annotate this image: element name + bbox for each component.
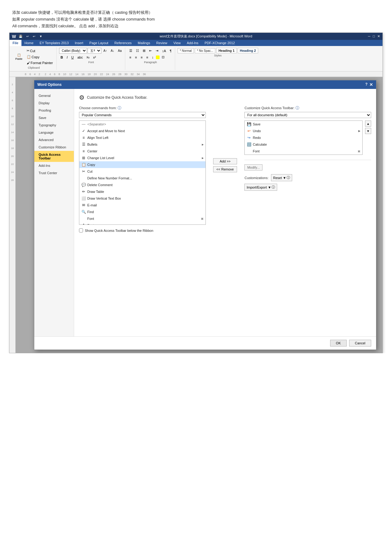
tab-insert[interactable]: Insert [72,40,86,46]
list-item-find[interactable]: 🔍 Find [79,209,205,215]
cut-button[interactable]: ✂ Cut [25,48,55,54]
list-item-draw-table[interactable]: ✏ Draw Table [79,188,205,195]
decrease-indent-button[interactable]: ⇤ [148,48,153,54]
superscript-button[interactable]: x² [92,55,97,60]
qat-undo-button[interactable]: ↩ [25,34,30,39]
right-item-font[interactable]: Font ▣ [245,148,362,155]
toolbar-commands-list[interactable]: 💾 Save ↩ Undo ▶ ↪ [244,121,363,155]
align-right-button[interactable]: ≡ [139,55,144,60]
sort-button[interactable]: ↕A [160,48,168,54]
choose-info-icon[interactable]: ⓘ [118,106,121,110]
shading-button[interactable] [156,56,160,59]
sidebar-item-language[interactable]: Language [34,129,74,136]
list-item-accept-move-next[interactable]: ✓ Accept and Move to Next [79,128,205,134]
list-item-delete-comment[interactable]: 💬 Delete Comment [79,182,205,188]
remove-button[interactable]: << Remove [213,166,237,172]
tab-add-ins[interactable]: Add-Ins [184,40,202,46]
modify-button[interactable]: Modify... [244,164,262,170]
customize-toolbar-select[interactable]: For all documents (default) [244,112,371,118]
grow-font-button[interactable]: A↑ [102,48,109,53]
tab-view[interactable]: View [170,40,184,46]
list-item-draw-vertical-text-box[interactable]: ⬜ Draw Vertical Text Box [79,195,205,202]
show-below-ribbon-checkbox[interactable] [79,228,83,232]
list-item-cut[interactable]: ✂ Cut [79,168,205,175]
sidebar-item-add-ins[interactable]: Add-Ins [34,162,74,169]
style-normal[interactable]: * Normal [178,48,194,53]
shrink-font-button[interactable]: A↓ [109,48,116,53]
tab-page-layout[interactable]: Page Layout [86,40,111,46]
right-item-save[interactable]: 💾 Save [245,121,362,128]
sidebar-item-save[interactable]: Save [34,114,74,121]
numbering-button[interactable]: ☷ [134,48,141,54]
add-button[interactable]: Add >> [213,158,237,164]
move-down-button[interactable]: ▼ [365,128,371,134]
tab-file[interactable]: File [9,40,21,46]
justify-button[interactable]: ≡ [145,55,150,60]
cancel-button[interactable]: Cancel [349,340,371,346]
list-item-align-text-left[interactable]: ≡ Align Text Left [79,134,205,141]
list-item-separator[interactable]: — <Separator> [79,121,205,128]
borders-button[interactable]: ⊡ [160,54,166,60]
font-family-select[interactable]: Calibri (Body) [59,48,87,54]
copy-button[interactable]: 📋 Copy [25,54,55,60]
list-item-center[interactable]: ≡ Center [79,148,205,155]
line-spacing-button[interactable]: ↕ [150,55,155,60]
tab-pdf-xchange[interactable]: PDF-XChange 2012 [202,40,238,46]
sidebar-item-advanced[interactable]: Advanced [34,136,74,144]
underline-button[interactable]: U [70,55,75,60]
font-size-select[interactable]: 五号 [88,48,101,54]
tab-mailings[interactable]: Mailings [135,40,153,46]
sidebar-item-customize-ribbon[interactable]: Customize Ribbon [34,144,74,151]
paste-button[interactable]: 📋 Paste [13,52,24,62]
italic-button[interactable]: I [65,55,69,60]
list-item-email[interactable]: ✉ E-mail [79,202,205,209]
customize-info-icon[interactable]: ⓘ [296,106,299,110]
clear-format-button[interactable]: Aa [116,48,123,53]
choose-commands-select[interactable]: Popular Commands All Commands [79,112,206,118]
sidebar-item-trust-center[interactable]: Trust Center [34,169,74,177]
show-marks-button[interactable]: ¶ [168,48,173,54]
qat-redo-button[interactable]: ↩ [31,34,37,39]
right-item-redo[interactable]: ↪ Redo [245,134,362,141]
dialog-close-button[interactable]: ✕ [369,82,373,87]
sidebar-item-display[interactable]: Display [34,99,74,107]
sidebar-item-proofing[interactable]: Proofing [34,107,74,114]
reset-button[interactable]: Reset ▼ ⓘ [271,174,292,181]
commands-list-box[interactable]: — <Separator> ✓ Accept and Move to Next … [79,121,206,225]
style-no-spacing[interactable]: * No Spac... [195,48,215,53]
tab-home[interactable]: Home [21,40,36,46]
style-heading1[interactable]: Heading 1 [216,48,237,53]
minimize-button[interactable]: ─ [368,34,371,38]
dialog-help-button[interactable]: ? [365,82,368,87]
right-item-undo[interactable]: ↩ Undo ▶ [245,128,362,134]
list-item-bullets[interactable]: ☰ Bullets [79,141,205,148]
center-button[interactable]: ≡ [134,55,138,60]
list-item-font[interactable]: Font ▣ [79,215,205,222]
multilevel-list-button[interactable]: ⊞ [141,48,147,54]
sidebar-item-quick-access-toolbar[interactable]: Quick Access Toolbar [34,151,74,162]
import-export-button[interactable]: Import/Export ▼ ⓘ [244,184,277,191]
move-up-button[interactable]: ▲ [365,121,371,127]
increase-indent-button[interactable]: ⇥ [154,48,160,54]
bold-button[interactable]: B [59,55,65,60]
right-item-calculate[interactable]: 🔢 Calculate [245,141,362,148]
align-left-button[interactable]: ≡ [128,55,133,60]
list-item-define-number-format[interactable]: Define New Number Format... [79,175,205,182]
ok-button[interactable]: OK [330,340,347,346]
sidebar-item-typography[interactable]: Typography [34,121,74,129]
strikethrough-button[interactable]: abc [76,55,85,60]
list-item-copy[interactable]: 📋 Copy [79,161,205,168]
sidebar-item-general[interactable]: General [34,92,74,99]
qat-customize-button[interactable]: ▼ [38,34,44,39]
maximize-button[interactable]: □ [373,34,375,38]
format-painter-button[interactable]: 🖌 Format Painter [25,60,55,66]
bullets-button[interactable]: ☰ [128,48,134,54]
list-item-change-list-level[interactable]: ⊞ Change List Level [79,155,205,161]
tab-review[interactable]: Review [153,40,170,46]
close-button[interactable]: ✕ [377,34,380,38]
subscript-button[interactable]: x₂ [85,54,91,60]
tab-references[interactable]: References [111,40,135,46]
style-heading2[interactable]: Heading 2 [238,48,258,53]
tab-ey-templates[interactable]: EY Templates 2013 [36,40,72,46]
list-item-font-dialog[interactable]: A Font... [79,222,205,225]
